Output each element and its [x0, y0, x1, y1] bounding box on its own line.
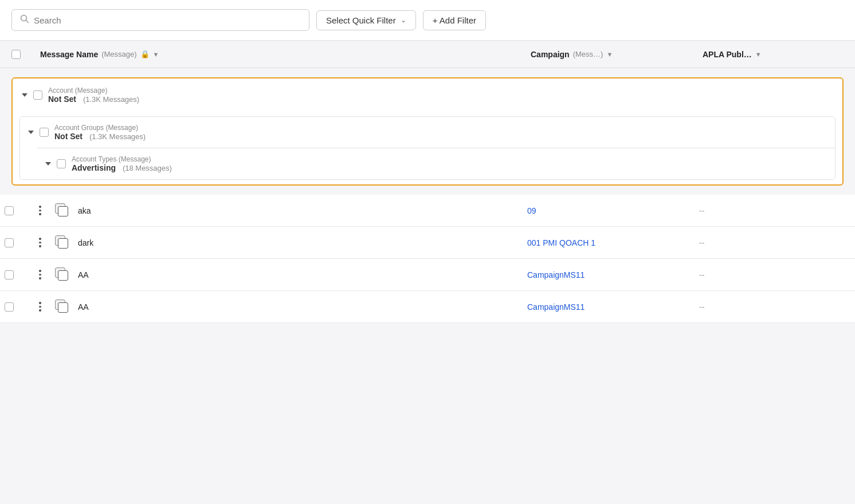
- table-row: dark 001 PMI QOACH 1 --: [0, 227, 855, 259]
- copy-icon-2[interactable]: [55, 235, 69, 250]
- row-dots-3[interactable]: [32, 262, 50, 288]
- campaign-header[interactable]: Campaign (Mess…) ▼: [523, 43, 695, 66]
- filter-account-groups-category: Account Groups (Message): [54, 124, 146, 132]
- row-checkbox-4[interactable]: [5, 302, 14, 312]
- row-campaign-3[interactable]: CampaignMS11: [523, 265, 695, 285]
- expand-account-groups-icon[interactable]: [28, 131, 34, 134]
- select-all-checkbox-cell[interactable]: [0, 43, 32, 66]
- filter-account-types-category: Account Types (Message): [72, 155, 172, 163]
- filter-row-account-groups: Account Groups (Message) Not Set (1.3K M…: [20, 117, 835, 148]
- row-copy-1[interactable]: [50, 198, 73, 224]
- row-context-menu-icon-1[interactable]: [37, 203, 44, 218]
- filter-account-groups-value: Not Set (1.3K Messages): [54, 132, 146, 141]
- campaign-label: Campaign: [531, 50, 570, 59]
- row-checkbox-2[interactable]: [5, 238, 14, 247]
- add-filter-label: + Add Filter: [433, 15, 476, 25]
- copy-icon-1[interactable]: [55, 203, 69, 218]
- toolbar: Select Quick Filter ⌄ + Add Filter: [0, 0, 855, 41]
- data-table: aka 09 -- dark 001 PMI QOACH 1: [0, 195, 855, 323]
- apla-label: APLA Publ…: [703, 50, 752, 59]
- row-checkbox-cell-2[interactable]: [0, 233, 32, 253]
- filter-inner-panel: Account Groups (Message) Not Set (1.3K M…: [19, 116, 836, 180]
- chevron-down-icon: ⌄: [401, 16, 406, 24]
- add-filter-button[interactable]: + Add Filter: [423, 10, 486, 30]
- table-row: AA CampaignMS11 --: [0, 291, 855, 323]
- row-checkbox-cell-3[interactable]: [0, 265, 32, 285]
- table-row: aka 09 --: [0, 195, 855, 227]
- copy-icon-4[interactable]: [55, 300, 69, 314]
- row-name-4: AA: [73, 297, 523, 317]
- row-apla-4: --: [695, 297, 855, 317]
- filter-account-types-count: (18 Messages): [123, 164, 172, 172]
- row-dots-4[interactable]: [32, 294, 50, 320]
- filter-account-types-value: Advertising (18 Messages): [72, 163, 172, 172]
- row-apla-1: --: [695, 200, 855, 221]
- row-apla-2: --: [695, 233, 855, 253]
- filter-row-account-types-wrapper: Account Types (Message) Advertising (18 …: [37, 148, 835, 179]
- svg-line-1: [26, 21, 29, 23]
- row-checkbox-cell-4[interactable]: [0, 297, 32, 317]
- row-copy-3[interactable]: [50, 262, 73, 288]
- filter-account-groups-checkbox[interactable]: [40, 128, 49, 137]
- row-dots-1[interactable]: [32, 198, 50, 223]
- row-checkbox-1[interactable]: [5, 206, 14, 215]
- row-context-menu-icon-3[interactable]: [37, 267, 44, 282]
- filter-account-groups-count: (1.3K Messages): [89, 132, 146, 141]
- filter-panel: Account (Message) Not Set (1.3K Messages…: [11, 77, 844, 186]
- search-input[interactable]: [34, 15, 301, 25]
- filter-account-checkbox[interactable]: [33, 90, 42, 100]
- row-name-1: aka: [73, 200, 523, 221]
- search-icon: [20, 14, 29, 26]
- row-context-menu-icon-2[interactable]: [37, 235, 44, 250]
- lock-icon: 🔒: [140, 50, 150, 58]
- filter-account-types-label: Account Types (Message) Advertising (18 …: [72, 155, 172, 172]
- row-apla-3: --: [695, 265, 855, 285]
- sort-icon-campaign[interactable]: ▼: [606, 51, 613, 58]
- filter-row-account: Account (Message) Not Set (1.3K Messages…: [13, 78, 842, 112]
- row-campaign-1[interactable]: 09: [523, 200, 695, 221]
- select-all-checkbox[interactable]: [11, 50, 21, 59]
- copy-icon-3[interactable]: [55, 267, 69, 282]
- filter-account-count: (1.3K Messages): [83, 95, 139, 104]
- row-dots-2[interactable]: [32, 230, 50, 255]
- row-name-2: dark: [73, 233, 523, 253]
- row-context-menu-icon-4[interactable]: [37, 300, 44, 314]
- expand-account-icon[interactable]: [22, 93, 28, 97]
- row-campaign-4[interactable]: CampaignMS11: [523, 297, 695, 317]
- row-copy-4[interactable]: [50, 294, 73, 320]
- filter-row-account-types: Account Types (Message) Advertising (18 …: [37, 148, 835, 179]
- message-name-label: Message Name: [40, 50, 98, 59]
- quick-filter-button[interactable]: Select Quick Filter ⌄: [316, 10, 416, 30]
- message-name-header[interactable]: Message Name (Message) 🔒 ▼: [32, 43, 523, 66]
- expand-account-types-icon[interactable]: [45, 162, 51, 166]
- search-box[interactable]: [11, 9, 309, 31]
- row-copy-2[interactable]: [50, 230, 73, 256]
- quick-filter-label: Select Quick Filter: [326, 15, 396, 25]
- sort-icon-apla[interactable]: ▼: [755, 51, 762, 58]
- filter-account-label: Account (Message) Not Set (1.3K Messages…: [48, 86, 139, 104]
- row-name-3: AA: [73, 265, 523, 285]
- table-row: AA CampaignMS11 --: [0, 259, 855, 291]
- sort-icon-message[interactable]: ▼: [153, 51, 159, 58]
- filter-account-category: Account (Message): [48, 86, 139, 94]
- filter-account-value: Not Set (1.3K Messages): [48, 94, 139, 104]
- row-checkbox-cell-1[interactable]: [0, 200, 32, 221]
- filter-account-types-checkbox[interactable]: [57, 159, 66, 168]
- row-checkbox-3[interactable]: [5, 270, 14, 279]
- row-campaign-2[interactable]: 001 PMI QOACH 1: [523, 233, 695, 253]
- filter-account-groups-label: Account Groups (Message) Not Set (1.3K M…: [54, 124, 146, 141]
- apla-header[interactable]: APLA Publ… ▼: [695, 43, 855, 66]
- message-name-sub: (Message): [101, 50, 136, 58]
- table-header: Message Name (Message) 🔒 ▼ Campaign (Mes…: [0, 41, 855, 68]
- campaign-sub: (Mess…): [573, 50, 603, 58]
